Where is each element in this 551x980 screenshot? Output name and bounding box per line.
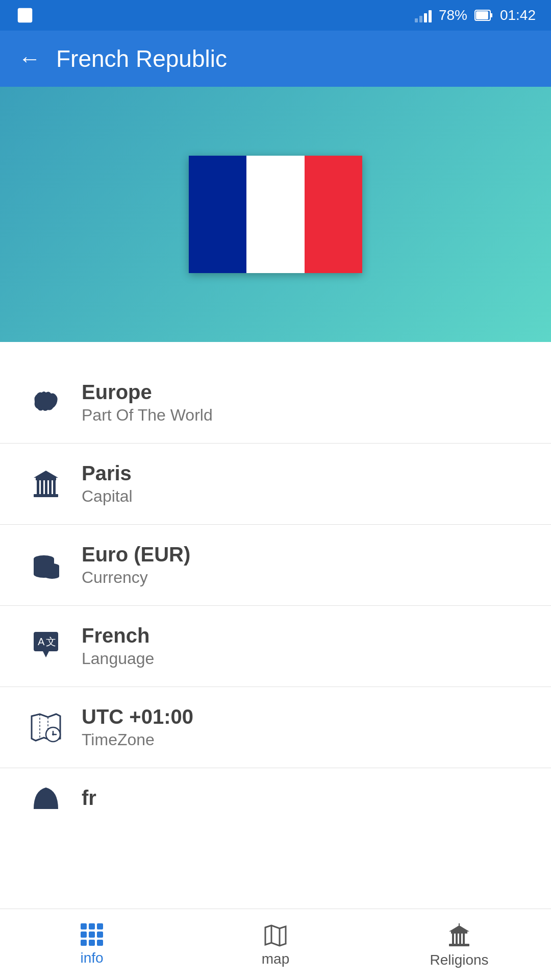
timezone-icon (20, 711, 71, 744)
svg-rect-34 (449, 944, 469, 946)
svg-text:A: A (38, 636, 45, 647)
list-item: Europe Part Of The World (0, 362, 551, 444)
svg-rect-11 (49, 480, 52, 494)
capital-sub: Capital (82, 487, 133, 506)
language-text: French Language (82, 624, 154, 668)
nav-item-map[interactable]: map (184, 909, 367, 980)
region-text: Europe Part Of The World (82, 381, 213, 425)
nav-item-info[interactable]: info (0, 909, 184, 980)
list-item-partial: fr (0, 768, 551, 809)
currency-sub: Currency (82, 568, 190, 587)
map-icon (263, 922, 288, 947)
language-main: French (82, 624, 154, 647)
france-flag (189, 156, 362, 273)
svg-point-5 (52, 400, 53, 402)
svg-rect-12 (53, 480, 56, 494)
language-icon: A 文 (20, 630, 71, 663)
timezone-text: UTC +01:00 TimeZone (82, 705, 193, 749)
svg-rect-1 (490, 13, 492, 17)
svg-rect-7 (36, 478, 56, 480)
info-list: Europe Part Of The World Paris Capital (0, 342, 551, 809)
svg-point-4 (48, 395, 50, 397)
app-bar: ← French Republic (0, 31, 551, 87)
nav-info-label: info (80, 950, 103, 966)
svg-text:文: 文 (46, 636, 56, 647)
svg-rect-37 (456, 934, 458, 944)
svg-point-31 (52, 733, 54, 736)
domain-text: fr (82, 787, 96, 810)
svg-rect-6 (34, 494, 58, 497)
svg-rect-10 (45, 480, 47, 494)
photo-icon (15, 6, 35, 25)
battery-percent: 78% (439, 7, 467, 23)
timezone-sub: TimeZone (82, 730, 193, 749)
currency-icon (20, 549, 71, 581)
svg-point-25 (45, 564, 59, 569)
flag-blue-stripe (189, 156, 246, 273)
nav-religions-label: Religions (430, 952, 488, 968)
flag-red-stripe (305, 156, 362, 273)
svg-rect-42 (459, 923, 460, 927)
nav-map-label: map (262, 951, 289, 967)
svg-rect-38 (459, 934, 461, 944)
list-item: Euro (EUR) Currency (0, 525, 551, 606)
capital-main: Paris (82, 462, 133, 485)
signal-bars (415, 8, 432, 22)
battery-icon (474, 8, 493, 22)
flag-white-stripe (246, 156, 304, 273)
domain-code: fr (82, 787, 96, 810)
page-title: French Republic (56, 45, 227, 72)
region-sub: Part Of The World (82, 406, 213, 425)
grid-icon (81, 923, 103, 946)
status-right: 78% 01:42 (415, 7, 536, 23)
svg-rect-35 (451, 932, 467, 934)
svg-rect-8 (37, 480, 39, 494)
currency-text: Euro (EUR) Currency (82, 543, 190, 587)
svg-rect-39 (463, 934, 465, 944)
domain-icon (20, 781, 71, 809)
bottom-nav: info map Religions (0, 909, 551, 980)
svg-marker-13 (34, 471, 58, 478)
region-main: Europe (82, 381, 213, 404)
currency-main: Euro (EUR) (82, 543, 190, 566)
nav-item-religions[interactable]: Religions (367, 909, 551, 980)
svg-point-3 (43, 397, 45, 399)
flag-banner (0, 87, 551, 342)
capital-icon (20, 468, 71, 500)
svg-point-20 (34, 555, 54, 562)
svg-rect-36 (452, 934, 454, 944)
religions-icon (446, 921, 472, 948)
svg-rect-2 (476, 11, 488, 19)
region-icon (20, 386, 71, 419)
language-sub: Language (82, 649, 154, 668)
list-item: UTC +01:00 TimeZone (0, 687, 551, 768)
svg-rect-9 (41, 480, 43, 494)
status-time: 01:42 (500, 7, 536, 23)
list-item: A 文 French Language (0, 606, 551, 687)
capital-text: Paris Capital (82, 462, 133, 506)
timezone-main: UTC +01:00 (82, 705, 193, 728)
list-item: Paris Capital (0, 444, 551, 525)
back-button[interactable]: ← (18, 46, 41, 71)
status-bar: 78% 01:42 (0, 0, 551, 31)
